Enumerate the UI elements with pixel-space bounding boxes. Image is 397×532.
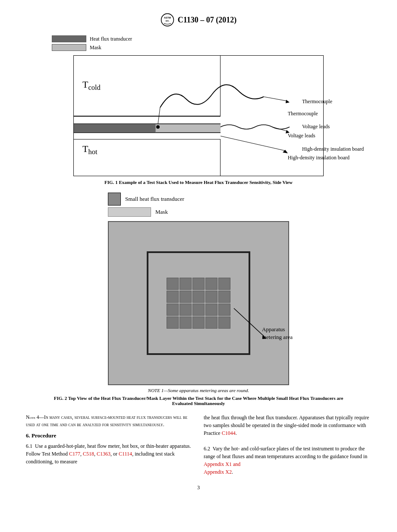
- svg-marker-6: [283, 150, 288, 153]
- insulation-label: High-density insulation board: [288, 155, 350, 161]
- note4-content: —In many cases, several surface-mounted …: [26, 415, 187, 427]
- grid-cell: [192, 304, 205, 316]
- grid-cell: [192, 278, 205, 290]
- legend-item-transducer: Heat flux transducer: [52, 35, 371, 42]
- link-c518[interactable]: C518: [83, 451, 94, 457]
- page-number: 3: [26, 484, 371, 491]
- grid-cell: [218, 304, 230, 316]
- fig2-grid: [167, 278, 230, 329]
- fig2-transducer-label: Small heat flux transducer: [125, 196, 184, 203]
- link-c1363[interactable]: C1363: [97, 451, 110, 457]
- fig1-caption: FIG. 1 Example of a Test Stack Used to M…: [73, 180, 324, 185]
- document-title: C1130 – 07 (2012): [178, 16, 237, 25]
- tcold-region: Tcold: [74, 56, 221, 116]
- para6-2: 6.2 Vary the hot- and cold-surface plate…: [204, 445, 371, 476]
- fig2-mask-box: [108, 207, 151, 217]
- grid-cell: [205, 304, 217, 316]
- note4-label: NOTE 4: [26, 415, 39, 420]
- svg-line-9: [264, 97, 287, 101]
- voltage-leads-label: Voltage leads: [288, 133, 350, 139]
- astm-logo-icon: ASTM INTL: [161, 13, 174, 27]
- svg-text:ASTM: ASTM: [164, 16, 171, 19]
- right-column: the heat flux through the heat flux tran…: [204, 414, 371, 476]
- link-c1114[interactable]: C1114: [119, 451, 132, 457]
- svg-line-7: [272, 127, 287, 131]
- fig2-mask-label: Mask: [155, 209, 168, 215]
- fig2-caption: FIG. 2 Top View of the Heat Flux Transdu…: [47, 396, 350, 406]
- legend-transducer-box: [52, 35, 86, 42]
- grid-cell: [167, 304, 179, 316]
- legend-mask-label: Mask: [90, 44, 101, 51]
- fig2-note: NOTE 1—Some apparatus metering areas are…: [26, 388, 371, 393]
- grid-cell: [192, 317, 205, 329]
- legend-mask-box: [52, 44, 86, 51]
- svg-text:INTL: INTL: [165, 20, 169, 22]
- grid-cell: [167, 278, 179, 290]
- grid-cell: [180, 304, 192, 316]
- grid-cell: [180, 317, 192, 329]
- fig2-inner-border: [147, 251, 250, 355]
- text-section: NOTE 4—In many cases, several surface-mo…: [26, 414, 371, 476]
- layer-gap: [74, 116, 221, 124]
- note4-text: NOTE 4—In many cases, several surface-mo…: [26, 414, 193, 429]
- svg-line-5: [221, 136, 285, 151]
- section6-title: 6. Procedure: [26, 431, 193, 440]
- page-header: ASTM INTL C1130 – 07 (2012): [26, 13, 371, 27]
- layer-transducer: [74, 124, 156, 133]
- link-c177[interactable]: C177: [69, 451, 80, 457]
- grid-cell: [180, 278, 192, 290]
- tcold-label: Tcold: [82, 79, 101, 92]
- fig2-legend-mask: Mask: [108, 207, 289, 217]
- layer-insulation: [74, 133, 221, 139]
- link-c1044[interactable]: C1044: [222, 430, 236, 436]
- link-appendix-x2[interactable]: Appendix X2: [204, 469, 232, 475]
- legend-item-mask: Mask: [52, 44, 371, 51]
- thermocouple-annotation: Thermocouple: [302, 98, 332, 105]
- grid-cell: [205, 317, 217, 329]
- fig1-legend: Heat flux transducer Mask: [52, 35, 371, 51]
- legend-transducer-label: Heat flux transducer: [90, 36, 132, 42]
- apparatus-metering-label: Apparatusmetering area: [262, 326, 293, 341]
- grid-cell: [167, 291, 179, 303]
- grid-cell: [218, 278, 230, 290]
- fig1-diagram: Tcold Thot: [73, 55, 324, 176]
- para6-1-left: 6.1 Use a guarded-hot-plate, heat flow m…: [26, 442, 193, 466]
- grid-cell: [205, 278, 217, 290]
- fig2-legend-transducer: Small heat flux transducer: [108, 193, 289, 206]
- para6-1-right: the heat flux through the heat flux tran…: [204, 414, 371, 437]
- fig2-legend: Small heat flux transducer Mask: [108, 193, 289, 217]
- fig2-diagram: Apparatusmetering area: [108, 221, 289, 385]
- grid-cell: [218, 317, 230, 329]
- svg-marker-10: [286, 100, 290, 103]
- link-appendix-x1[interactable]: Appendix X1 and: [204, 461, 240, 467]
- grid-cell: [167, 317, 179, 329]
- grid-cell: [205, 291, 217, 303]
- grid-cell: [192, 291, 205, 303]
- thot-label: Thot: [82, 143, 98, 156]
- left-column: NOTE 4—In many cases, several surface-mo…: [26, 414, 193, 476]
- grid-cell: [180, 291, 192, 303]
- grid-cell: [218, 291, 230, 303]
- thermocouple-label: Thermocouple: [288, 111, 350, 117]
- fig2-transducer-box: [108, 193, 121, 206]
